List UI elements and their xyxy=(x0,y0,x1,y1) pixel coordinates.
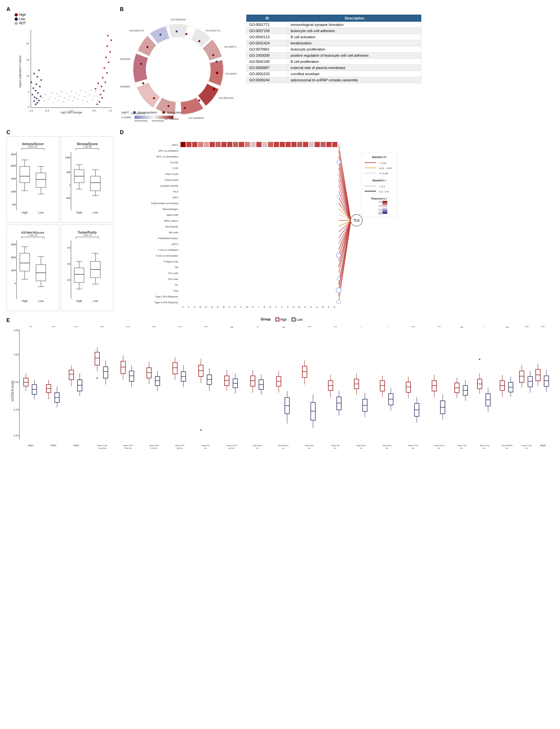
svg-text:rec.: rec. xyxy=(525,447,528,449)
svg-text:Step4.TH22: Step4.TH22 xyxy=(227,444,237,446)
svg-text:Pearson's r: Pearson's r xyxy=(371,197,387,200)
svg-text:1500: 1500 xyxy=(11,178,16,180)
go-description: leukocyte cell–cell adhesion xyxy=(288,28,421,34)
svg-text:Neutrophils: Neutrophils xyxy=(263,306,266,308)
svg-text:1.0: 1.0 xyxy=(108,109,112,112)
svg-text:High: High xyxy=(76,211,82,214)
svg-point-91 xyxy=(198,100,200,101)
svg-point-73 xyxy=(102,77,104,79)
svg-rect-163 xyxy=(90,176,100,191)
svg-rect-282 xyxy=(239,142,244,147)
row-ab: A High Low NOT xyxy=(6,6,554,123)
svg-text:Inflammation.promoting: Inflammation.promoting xyxy=(151,202,178,205)
go-description: keratinization xyxy=(288,40,421,46)
svg-text:.recruiting: .recruiting xyxy=(98,447,106,449)
svg-point-83 xyxy=(98,83,99,84)
svg-text:1000: 1000 xyxy=(11,269,16,271)
svg-text:pDCs: pDCs xyxy=(275,306,277,308)
svg-point-93 xyxy=(168,105,169,107)
svg-text:1500: 1500 xyxy=(65,157,70,159)
svg-rect-274 xyxy=(192,142,197,147)
svg-point-78 xyxy=(110,51,111,53)
row-e: E Group High Low ssGSEA score 0 xyxy=(6,318,554,463)
go-row: GO:0000244spliceosomal tri-snRNP complex… xyxy=(247,77,421,83)
svg-text:***: *** xyxy=(437,326,440,329)
svg-text:5: 5 xyxy=(28,91,29,94)
svg-rect-204 xyxy=(74,268,84,282)
svg-text:**: ** xyxy=(257,326,259,329)
svg-text:TIL: TIL xyxy=(174,284,178,287)
svg-rect-386 xyxy=(69,370,74,380)
svg-text:Mast.cells: Mast.cells xyxy=(167,214,178,217)
svg-point-40 xyxy=(66,93,67,94)
svg-text:increasing: increasing xyxy=(152,119,164,122)
svg-rect-280 xyxy=(227,142,232,147)
svg-rect-281 xyxy=(233,142,238,147)
svg-point-16 xyxy=(53,102,54,103)
svg-text:*: * xyxy=(361,326,362,329)
svg-text:MHC.class.I: MHC.class.I xyxy=(164,219,178,222)
svg-point-54 xyxy=(40,96,41,97)
svg-text:NK.cells: NK.cells xyxy=(269,306,271,308)
legend-high-box xyxy=(275,318,279,322)
go-description: leukocyte proliferation xyxy=(288,46,421,53)
svg-text:0.01 - 0.05: 0.01 - 0.05 xyxy=(379,167,392,170)
svg-text:Macrophages: Macrophages xyxy=(251,306,254,308)
svg-point-34 xyxy=(88,94,90,95)
svg-text:****: **** xyxy=(525,326,529,329)
svg-rect-284 xyxy=(251,142,256,147)
col-desc: Description xyxy=(288,15,421,22)
svg-text:TLS: TLS xyxy=(354,219,360,222)
legend-low: Low xyxy=(15,17,117,21)
svg-point-48 xyxy=(35,104,37,105)
go-description: positive regulation of leukocyte cell–ce… xyxy=(288,53,421,59)
svg-text:High: High xyxy=(22,300,28,303)
svg-text:Step4.Mac.: Step4.Mac. xyxy=(253,444,263,446)
svg-point-64 xyxy=(33,73,35,75)
svg-text:CD8.T.cells: CD8.T.cells xyxy=(211,306,213,308)
svg-text:3000: 3000 xyxy=(11,243,16,245)
main-container: A High Low NOT xyxy=(0,0,560,470)
svg-text:T.helper.cells: T.helper.cells xyxy=(163,260,178,263)
svg-text:Step3: Step3 xyxy=(73,444,79,447)
svg-point-445 xyxy=(200,429,202,430)
svg-text:0.25: 0.25 xyxy=(14,353,19,356)
svg-text:****: **** xyxy=(152,326,156,329)
svg-point-20 xyxy=(72,100,74,102)
svg-point-51 xyxy=(38,100,40,101)
boxplot-estimate: ESTIMATEScore 1.5e-14 3000 2000 1000 0 xyxy=(6,225,59,312)
svg-point-70 xyxy=(103,90,105,92)
svg-text:****: **** xyxy=(74,326,78,329)
legend-not: NOT xyxy=(15,21,117,25)
svg-text:Step5.T.cell: Step5.T.cell xyxy=(521,444,531,446)
go-id: GO:0042113 xyxy=(247,34,288,40)
svg-point-65 xyxy=(38,70,40,71)
svg-text:B.cells: B.cells xyxy=(170,161,178,164)
legend-high-dot xyxy=(15,13,18,17)
svg-rect-289 xyxy=(280,142,285,147)
svg-rect-587 xyxy=(519,371,524,382)
go-row: GO:0031424keratinization xyxy=(247,40,421,46)
svg-text:-0.50: -0.50 xyxy=(13,434,19,437)
svg-point-94 xyxy=(153,97,155,99)
svg-text:cell.rec.: cell.rec. xyxy=(228,447,235,449)
panel-b: B xyxy=(120,6,554,123)
svg-text:-log10 (adjusted P-value): -log10 (adjusted P-value) xyxy=(18,56,22,88)
svg-rect-397 xyxy=(95,352,99,365)
go-row: GO:0070661leukocyte proliferation xyxy=(247,46,421,53)
svg-point-53 xyxy=(34,97,36,98)
svg-text:NK.cells: NK.cells xyxy=(169,231,178,234)
svg-text:Step2: Step2 xyxy=(51,444,56,447)
svg-text:Step4.CD4: Step4.CD4 xyxy=(123,444,133,446)
svg-text:0.2 - 0.4: 0.2 - 0.4 xyxy=(379,190,389,193)
svg-text:0.6: 0.6 xyxy=(67,263,70,265)
svg-point-85 xyxy=(146,37,211,102)
svg-point-52 xyxy=(36,98,38,100)
svg-text:rec.: rec. xyxy=(282,447,285,449)
svg-text:20: 20 xyxy=(26,42,29,45)
svg-rect-285 xyxy=(256,142,262,147)
svg-text:T.cell.co.inhibition: T.cell.co.inhibition xyxy=(281,306,283,308)
svg-text:Type.I.IFN.Reponse: Type.I.IFN.Reponse xyxy=(327,306,330,308)
svg-point-42 xyxy=(76,92,77,94)
svg-rect-295 xyxy=(315,142,320,147)
